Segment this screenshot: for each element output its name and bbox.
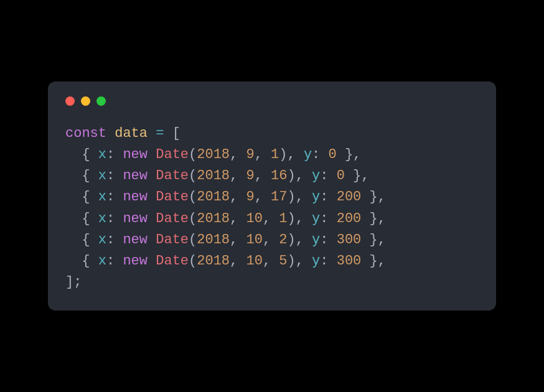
code-window: const data = [ { x: new Date(2018, 9, 1)… (48, 82, 496, 310)
comma: , (263, 253, 279, 269)
paren-close: ) (287, 253, 295, 269)
bracket-close: ] (65, 274, 73, 290)
number-arg: 9 (246, 189, 254, 205)
number-arg: 9 (246, 147, 254, 162)
comma: , (230, 211, 246, 226)
comma: , (230, 147, 246, 162)
colon: : (106, 232, 115, 248)
number-arg: 5 (279, 253, 287, 269)
zoom-icon[interactable] (96, 96, 106, 106)
prop-y: y (312, 211, 320, 226)
brace-open: { (82, 232, 90, 248)
comma: , (255, 189, 271, 205)
comma: , (287, 147, 303, 162)
comma: , (296, 211, 312, 226)
number-arg: 1 (279, 211, 287, 226)
number-arg: 9 (246, 168, 254, 184)
number-y: 0 (329, 147, 337, 162)
colon: : (320, 189, 328, 205)
brace-open: { (82, 253, 90, 269)
colon: : (106, 253, 115, 269)
class-date: Date (156, 147, 189, 162)
number-arg: 10 (246, 253, 262, 269)
close-icon[interactable] (65, 96, 75, 106)
comma: , (296, 189, 312, 205)
paren-close: ) (279, 147, 287, 162)
brace-close: } (370, 253, 378, 269)
comma-trailing: , (378, 211, 386, 226)
class-date: Date (156, 168, 189, 184)
comma: , (296, 232, 312, 248)
colon: : (320, 232, 328, 248)
comma: , (296, 168, 312, 184)
number-arg: 2018 (197, 253, 230, 269)
code-line-entry: { x: new Date(2018, 10, 1), y: 200 }, (65, 211, 386, 226)
brace-close: } (370, 232, 378, 248)
brace-close: } (370, 189, 378, 205)
colon: : (106, 189, 115, 205)
prop-x: x (98, 211, 106, 226)
colon: : (106, 211, 115, 226)
prop-y: y (312, 253, 320, 269)
prop-x: x (98, 189, 106, 205)
number-arg: 2018 (197, 147, 230, 162)
comma: , (296, 253, 312, 269)
brace-open: { (82, 211, 90, 226)
class-date: Date (156, 253, 189, 269)
prop-y: y (312, 189, 320, 205)
paren-open: ( (189, 189, 197, 205)
paren-close: ) (287, 189, 295, 205)
brace-close: } (370, 211, 378, 226)
colon: : (320, 211, 328, 226)
number-arg: 10 (246, 232, 262, 248)
paren-open: ( (189, 232, 197, 248)
prop-y: y (304, 147, 312, 162)
brace-open: { (82, 168, 90, 184)
comma: , (230, 253, 246, 269)
code-line-entry: { x: new Date(2018, 10, 5), y: 300 }, (65, 253, 386, 269)
prop-y: y (312, 232, 320, 248)
bracket-open: [ (172, 126, 181, 141)
colon: : (106, 168, 115, 184)
code-line-entry: { x: new Date(2018, 9, 16), y: 0 }, (65, 168, 370, 184)
comma-trailing: , (378, 232, 386, 248)
comma-trailing: , (361, 168, 369, 184)
keyword-new: new (123, 211, 148, 226)
number-y: 300 (337, 253, 362, 269)
paren-open: ( (189, 211, 197, 226)
keyword-new: new (123, 168, 148, 184)
colon: : (106, 147, 115, 162)
code-block: const data = [ { x: new Date(2018, 9, 1)… (65, 123, 479, 293)
paren-close: ) (287, 232, 295, 248)
number-arg: 2 (279, 232, 287, 248)
paren-open: ( (189, 168, 197, 184)
code-line-decl: const data = [ (65, 126, 181, 141)
identifier-data: data (115, 126, 148, 141)
keyword-new: new (123, 189, 148, 205)
semicolon: ; (73, 274, 82, 290)
comma: , (230, 232, 246, 248)
number-y: 0 (337, 168, 345, 184)
minimize-icon[interactable] (81, 96, 90, 106)
prop-x: x (98, 253, 106, 269)
colon: : (312, 147, 320, 162)
keyword-new: new (123, 232, 148, 248)
comma-trailing: , (353, 147, 361, 162)
colon: : (320, 253, 328, 269)
class-date: Date (156, 232, 189, 248)
number-y: 300 (337, 232, 362, 248)
number-arg: 17 (271, 189, 287, 205)
code-line-close: ]; (65, 274, 82, 290)
code-line-entry: { x: new Date(2018, 9, 1), y: 0 }, (65, 147, 361, 162)
number-arg: 2018 (197, 168, 230, 184)
brace-open: { (82, 147, 90, 162)
prop-x: x (98, 232, 106, 248)
comma: , (255, 147, 271, 162)
number-arg: 2018 (197, 211, 230, 226)
comma-trailing: , (378, 253, 386, 269)
number-arg: 10 (246, 211, 262, 226)
keyword-new: new (123, 253, 148, 269)
comma: , (230, 189, 246, 205)
keyword-new: new (123, 147, 148, 162)
number-y: 200 (337, 211, 362, 226)
